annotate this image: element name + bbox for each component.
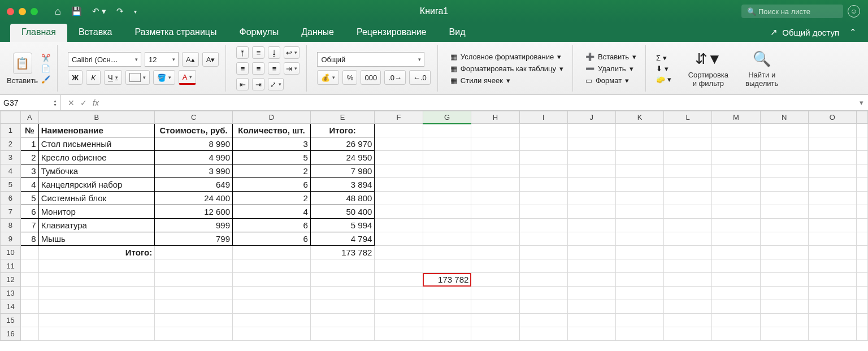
cell[interactable] <box>856 273 867 287</box>
cell[interactable] <box>712 232 760 246</box>
paste-icon[interactable]: 📋 <box>13 53 32 74</box>
cell[interactable]: 24 400 <box>155 192 233 205</box>
italic-button[interactable]: К <box>86 70 101 85</box>
cell[interactable] <box>471 178 519 192</box>
align-left-icon[interactable]: ≡ <box>236 62 249 75</box>
align-middle-icon[interactable]: ≡ <box>252 46 264 59</box>
increase-decimal-icon[interactable]: .0→ <box>384 70 406 85</box>
row-header[interactable]: 6 <box>1 192 21 205</box>
cell[interactable] <box>155 273 233 287</box>
cell[interactable]: 48 800 <box>310 192 374 205</box>
qa-more-icon[interactable]: ▾ <box>134 8 137 15</box>
cell[interactable] <box>155 246 233 259</box>
cell[interactable] <box>567 246 615 259</box>
cell[interactable] <box>375 137 423 151</box>
cell[interactable]: Системный блок <box>38 192 154 205</box>
decrease-font-icon[interactable]: A▾ <box>202 52 219 67</box>
cancel-formula-icon[interactable]: ✕ <box>68 98 75 107</box>
cell[interactable] <box>471 259 519 273</box>
cell[interactable] <box>519 232 567 246</box>
cell[interactable] <box>375 178 423 192</box>
cell[interactable] <box>808 151 856 164</box>
cell[interactable] <box>567 232 615 246</box>
cell[interactable] <box>310 259 374 273</box>
cell[interactable]: 999 <box>155 219 233 232</box>
tab-page-layout[interactable]: Разметка страницы <box>123 24 228 42</box>
cell[interactable] <box>760 178 808 192</box>
cell[interactable]: 5 <box>233 151 311 164</box>
decrease-decimal-icon[interactable]: ←.0 <box>409 70 431 85</box>
cell[interactable] <box>471 124 519 137</box>
align-center-icon[interactable]: ≡ <box>252 62 264 75</box>
format-as-table-button[interactable]: ▦ Форматировать как таблицу ▾ <box>448 64 566 73</box>
cell[interactable] <box>712 178 760 192</box>
cell[interactable] <box>760 151 808 164</box>
feedback-icon[interactable]: ☺ <box>848 5 860 18</box>
cell[interactable]: Кресло офисное <box>38 151 154 164</box>
cell[interactable] <box>423 205 471 219</box>
col-header[interactable]: A <box>20 111 38 124</box>
cell[interactable] <box>615 164 663 178</box>
cell[interactable] <box>471 287 519 300</box>
cell[interactable] <box>471 246 519 259</box>
col-header[interactable]: L <box>664 111 712 124</box>
cell[interactable] <box>664 178 712 192</box>
cell[interactable]: Монитор <box>38 205 154 219</box>
cell[interactable] <box>471 232 519 246</box>
cell[interactable] <box>615 259 663 273</box>
cell[interactable]: № <box>20 124 38 137</box>
cell[interactable] <box>712 273 760 287</box>
col-header[interactable]: N <box>760 111 808 124</box>
cell[interactable]: 6 <box>233 178 311 192</box>
cell[interactable] <box>615 219 663 232</box>
cell[interactable] <box>856 124 867 137</box>
cell[interactable] <box>233 327 311 341</box>
cell[interactable] <box>423 124 471 137</box>
cell[interactable] <box>233 314 311 327</box>
cell[interactable] <box>808 137 856 151</box>
cell[interactable] <box>856 314 867 327</box>
cell[interactable] <box>808 232 856 246</box>
cell[interactable] <box>233 273 311 287</box>
font-name-select[interactable]: Calibri (Осн… <box>68 52 141 67</box>
cell[interactable] <box>760 273 808 287</box>
cell[interactable] <box>760 137 808 151</box>
cell[interactable] <box>712 192 760 205</box>
insert-cells-button[interactable]: ➕ Вставить ▾ <box>583 53 639 61</box>
cell[interactable] <box>760 314 808 327</box>
cell[interactable] <box>567 151 615 164</box>
cell[interactable] <box>310 327 374 341</box>
cell[interactable] <box>856 246 867 259</box>
cell[interactable] <box>310 273 374 287</box>
cell[interactable]: 26 970 <box>310 137 374 151</box>
cell[interactable] <box>567 205 615 219</box>
cell[interactable] <box>567 164 615 178</box>
cell[interactable] <box>615 314 663 327</box>
cell[interactable] <box>423 287 471 300</box>
cell[interactable] <box>471 219 519 232</box>
sheet-search[interactable]: 🔍 <box>741 5 843 18</box>
cell[interactable] <box>615 327 663 341</box>
cell[interactable] <box>760 287 808 300</box>
cell[interactable] <box>760 205 808 219</box>
cell[interactable]: 1 <box>20 137 38 151</box>
row-header[interactable]: 10 <box>1 246 21 259</box>
cell[interactable] <box>856 232 867 246</box>
cell[interactable] <box>310 314 374 327</box>
cell[interactable] <box>664 124 712 137</box>
home-icon[interactable]: ⌂ <box>55 6 61 18</box>
cell[interactable] <box>712 164 760 178</box>
cell[interactable] <box>375 124 423 137</box>
cell[interactable] <box>519 124 567 137</box>
cell[interactable] <box>712 327 760 341</box>
cell[interactable] <box>20 300 38 314</box>
cell[interactable] <box>567 219 615 232</box>
cell[interactable] <box>760 327 808 341</box>
cell[interactable] <box>808 124 856 137</box>
cell[interactable]: 7 980 <box>310 164 374 178</box>
cell[interactable] <box>423 314 471 327</box>
format-cells-button[interactable]: ▭ Формат ▾ <box>583 76 639 85</box>
cell[interactable] <box>664 219 712 232</box>
cell[interactable] <box>471 327 519 341</box>
tab-home[interactable]: Главная <box>10 24 67 42</box>
